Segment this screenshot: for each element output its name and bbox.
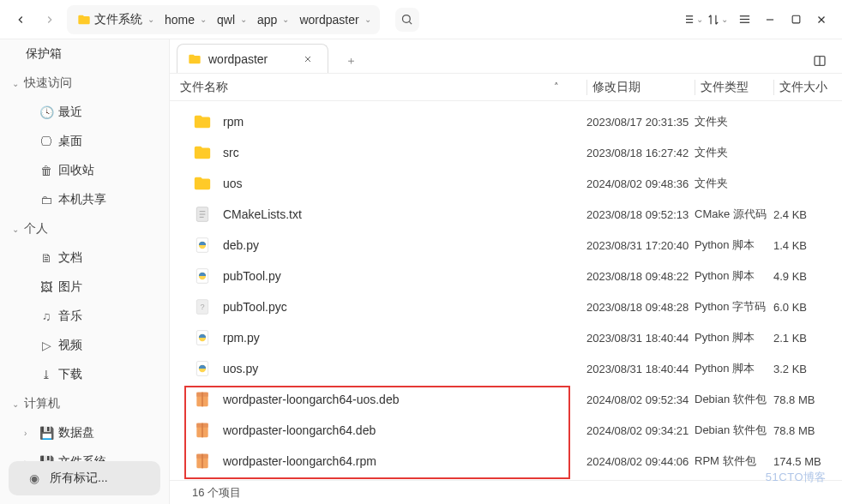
sidebar-item-safebox[interactable]: 保护箱 bbox=[0, 39, 169, 69]
column-name-header[interactable]: 文件名称 ˄ bbox=[180, 80, 586, 95]
forward-button[interactable] bbox=[38, 8, 62, 32]
chevron-down-icon: ⌄ bbox=[12, 79, 19, 88]
svg-rect-12 bbox=[792, 15, 800, 23]
file-name: uos bbox=[223, 177, 586, 190]
desktop-icon: 🖵 bbox=[39, 135, 53, 148]
file-name: src bbox=[223, 146, 586, 159]
search-button[interactable] bbox=[395, 8, 419, 32]
sidebar-item-label: 视频 bbox=[58, 338, 82, 353]
file-icon bbox=[192, 235, 213, 255]
column-label: 修改日期 bbox=[592, 80, 641, 93]
file-row[interactable]: wordpaster-loongarch64.deb2024/08/02 09:… bbox=[170, 415, 842, 446]
chevron-down-icon: ⌄ bbox=[12, 399, 19, 409]
svg-rect-42 bbox=[201, 423, 203, 438]
file-icon: ? bbox=[192, 297, 213, 317]
file-row[interactable]: wordpaster-loongarch64-uos.deb2024/08/02… bbox=[170, 384, 842, 415]
sidebar-item-music[interactable]: ♫音乐 bbox=[0, 302, 169, 331]
sidebar-section-label: 快速访问 bbox=[24, 75, 72, 91]
minimize-button[interactable] bbox=[758, 8, 782, 32]
sidebar-section-quickaccess[interactable]: ⌄ 快速访问 bbox=[0, 69, 169, 98]
file-row[interactable]: pubTool.py2023/08/18 09:48:22Python 脚本4.… bbox=[170, 261, 842, 291]
file-row[interactable]: deb.py2023/08/31 17:20:40Python 脚本1.4 KB bbox=[170, 230, 842, 261]
tab-wordpaster[interactable]: wordpaster bbox=[177, 44, 328, 73]
file-type: CMake 源代码 bbox=[695, 207, 773, 222]
file-type: Python 脚本 bbox=[695, 237, 773, 253]
file-date: 2024/08/02 09:44:06 bbox=[586, 455, 695, 468]
download-icon: ⤓ bbox=[39, 368, 53, 381]
file-row[interactable]: ?pubTool.pyc2023/08/18 09:48:28Python 字节… bbox=[170, 291, 842, 322]
sidebar-item-videos[interactable]: ▷视频 bbox=[0, 331, 169, 360]
breadcrumb-label: qwl bbox=[217, 13, 235, 27]
sidebar-section-label: 计算机 bbox=[24, 396, 60, 411]
column-size-header[interactable]: 文件大小 bbox=[773, 80, 842, 95]
status-bar: 16 个项目 bbox=[170, 480, 842, 504]
sidebar-item-recent[interactable]: 🕓最近 bbox=[0, 98, 169, 127]
breadcrumb-qwl[interactable]: qwl ⌄ bbox=[214, 11, 252, 28]
back-button[interactable] bbox=[9, 8, 33, 32]
file-type: Python 字节码 bbox=[695, 299, 773, 315]
svg-text:?: ? bbox=[200, 303, 204, 311]
column-type-header[interactable]: 文件类型 bbox=[695, 80, 773, 95]
sidebar-item-downloads[interactable]: ⤓下载 bbox=[0, 360, 169, 389]
file-name: wordpaster-loongarch64-uos.deb bbox=[223, 393, 586, 406]
sidebar-footer-tags[interactable]: ◉ 所有标记... bbox=[9, 461, 160, 495]
file-name: pubTool.pyc bbox=[223, 300, 586, 314]
file-row[interactable]: src2023/08/18 16:27:42文件夹 bbox=[170, 137, 842, 168]
file-row[interactable]: CMakeLists.txt2023/08/18 09:52:13CMake 源… bbox=[170, 199, 842, 230]
tab-close-button[interactable] bbox=[298, 50, 317, 69]
music-icon: ♫ bbox=[39, 309, 53, 323]
chevron-down-icon: ⌄ bbox=[280, 15, 291, 24]
sidebar-item-datadisk[interactable]: ›💾数据盘 bbox=[0, 418, 169, 447]
sidebar-item-documents[interactable]: 🗎文档 bbox=[0, 243, 169, 273]
sidebar-item-share[interactable]: 🗀本机共享 bbox=[0, 185, 169, 214]
file-row[interactable]: wordpaster-loongarch64.rpm2024/08/02 09:… bbox=[170, 446, 842, 477]
sidebar-item-label: 最近 bbox=[58, 105, 82, 120]
sidebar-item-label: 音乐 bbox=[58, 309, 82, 324]
sidebar-item-trash[interactable]: 🗑回收站 bbox=[0, 156, 169, 185]
column-date-header[interactable]: 修改日期 bbox=[586, 80, 695, 95]
chevron-right-icon: › bbox=[24, 429, 34, 438]
disk-icon: 💾 bbox=[39, 426, 53, 440]
sort-button[interactable]: ⌄ bbox=[707, 8, 731, 32]
breadcrumb-app[interactable]: app ⌄ bbox=[254, 11, 294, 28]
sidebar-item-pictures[interactable]: 🖼图片 bbox=[0, 273, 169, 302]
breadcrumb-label: app bbox=[257, 13, 277, 27]
file-date: 2024/08/02 09:52:34 bbox=[586, 393, 695, 406]
file-type: RPM 软件包 bbox=[695, 453, 773, 469]
tab-bar: wordpaster ＋ bbox=[170, 39, 842, 74]
file-type: 文件夹 bbox=[695, 176, 773, 191]
breadcrumb-home[interactable]: home ⌄ bbox=[161, 11, 212, 28]
chevron-down-icon: ⌄ bbox=[719, 15, 730, 24]
tab-label: wordpaster bbox=[208, 52, 268, 66]
file-row[interactable]: rpm2023/08/17 20:31:35文件夹 bbox=[170, 106, 842, 137]
view-list-button[interactable]: ⌄ bbox=[681, 8, 705, 32]
panel-split-button[interactable] bbox=[808, 49, 832, 73]
sidebar-item-desktop[interactable]: 🖵桌面 bbox=[0, 127, 169, 156]
breadcrumb-filesystem[interactable]: 文件系统 ⌄ bbox=[74, 10, 159, 29]
file-name: wordpaster-loongarch64.deb bbox=[223, 423, 586, 437]
chevron-down-icon: ⌄ bbox=[363, 15, 373, 24]
file-size: 2.1 KB bbox=[773, 332, 842, 345]
maximize-button[interactable] bbox=[784, 8, 808, 32]
file-icon bbox=[192, 204, 213, 225]
menu-button[interactable] bbox=[732, 8, 756, 32]
file-size: 4.9 KB bbox=[773, 270, 842, 283]
sidebar-footer-label: 所有标记... bbox=[50, 471, 108, 486]
file-list[interactable]: rpm2023/08/17 20:31:35文件夹src2023/08/18 1… bbox=[170, 101, 842, 480]
sidebar-section-personal[interactable]: ⌄ 个人 bbox=[0, 214, 169, 243]
clock-icon: 🕓 bbox=[39, 105, 53, 119]
close-button[interactable] bbox=[809, 8, 833, 32]
file-row[interactable]: rpm.py2023/08/31 18:40:44Python 脚本2.1 KB bbox=[170, 322, 842, 353]
breadcrumb-wordpaster[interactable]: wordpaster ⌄ bbox=[296, 11, 376, 28]
file-date: 2023/08/31 18:40:44 bbox=[586, 363, 695, 375]
watermark: 51CTO博客 bbox=[766, 470, 827, 485]
file-type: 文件夹 bbox=[695, 114, 773, 129]
sidebar-section-computer[interactable]: ⌄ 计算机 bbox=[0, 389, 169, 418]
file-row[interactable]: uos.py2023/08/31 18:40:44Python 脚本3.2 KB bbox=[170, 353, 842, 384]
file-type: Python 脚本 bbox=[695, 268, 773, 284]
video-icon: ▷ bbox=[39, 339, 53, 352]
file-row[interactable]: uos2024/08/02 09:48:36文件夹 bbox=[170, 168, 842, 199]
image-icon: 🖼 bbox=[39, 280, 53, 294]
file-name: uos.py bbox=[223, 362, 586, 375]
tab-add-button[interactable]: ＋ bbox=[339, 49, 363, 73]
